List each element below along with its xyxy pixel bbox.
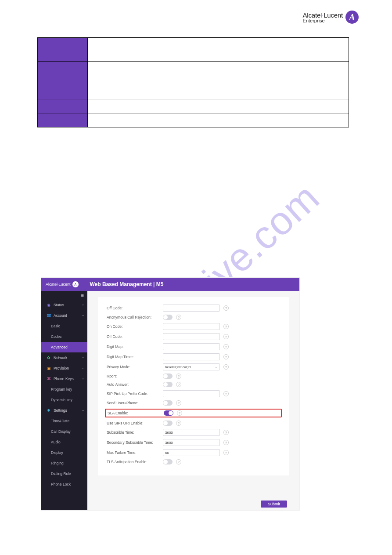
toggle-senduserphone[interactable] [163, 400, 173, 406]
management-screenshot: Alcatel·Lucent A Web Based Management | … [41, 278, 299, 510]
label-digitmap: Digit Map: [107, 345, 159, 349]
label-senduserphone: Send User=Phone: [107, 401, 159, 405]
label-tlsant: TLS Anticipation Enable: [107, 460, 159, 464]
input-offcode2[interactable] [163, 333, 220, 340]
help-icon[interactable]: ? [176, 421, 181, 426]
input-maxfailure[interactable] [163, 449, 220, 456]
label-offcode: Off Code: [107, 306, 159, 310]
sidebar-item-advanced[interactable]: Advanced [41, 342, 87, 352]
help-icon[interactable]: ? [177, 410, 182, 416]
label-offcode2: Off Code: [107, 334, 159, 339]
sidebar-item-timedate[interactable]: Time&Date [41, 416, 87, 426]
toggle-autoanswer[interactable] [163, 382, 173, 387]
toggle-sipsuri[interactable] [163, 421, 173, 426]
label-sippick: SIP Pick Up Prefix Code: [107, 392, 159, 396]
ref-val-4 [88, 113, 349, 127]
sidebar-item-codec[interactable]: Codec [41, 331, 87, 342]
ref-head-0 [38, 38, 88, 62]
input-oncode[interactable] [163, 323, 220, 330]
label-autoanswer: Auto Answer: [107, 382, 159, 387]
sidebar-item-audio[interactable]: Audio [41, 437, 87, 447]
label-privacy: Privacy Mode: [107, 365, 159, 369]
sidebar-item-network[interactable]: ✿Network [41, 352, 87, 363]
keys-icon: ⌘ [47, 377, 51, 381]
label-anonrej: Anonymous Call Rejection: [107, 315, 159, 319]
toggle-sla[interactable] [164, 410, 173, 416]
sidebar-item-calldisplay[interactable]: Call Display [41, 426, 87, 437]
sidebar-item-phonelock[interactable]: Phone Lock [41, 479, 87, 490]
shot-header: Alcatel·Lucent A Web Based Management | … [41, 278, 299, 291]
shot-title: Web Based Management | M5 [90, 281, 164, 287]
help-icon[interactable]: ? [223, 334, 229, 339]
help-icon[interactable]: ? [176, 315, 181, 320]
submit-button[interactable]: Submit [261, 501, 287, 508]
help-icon[interactable]: ? [223, 391, 229, 396]
toggle-tlsant[interactable] [163, 459, 173, 464]
help-icon[interactable]: ? [223, 430, 229, 435]
phone-icon: ☎ [47, 313, 51, 318]
help-icon[interactable]: ? [176, 400, 181, 406]
sidebar-item-ringing[interactable]: Ringing [41, 458, 87, 468]
network-icon: ✿ [47, 355, 51, 360]
help-icon[interactable]: ? [223, 354, 229, 359]
brand-badge-icon: A [345, 11, 359, 24]
help-icon[interactable]: ? [223, 450, 229, 455]
brand-logo: Alcatel·Lucent Enterprise A [303, 11, 359, 24]
help-icon[interactable]: ? [176, 374, 181, 379]
highlight-sla: SLA Enable:? [105, 409, 282, 417]
ref-head-4 [38, 113, 88, 127]
sidebar-item-display[interactable]: Display [41, 447, 87, 458]
sidebar: ≡ ◉Status ☎Account Basic Codec Advanced … [41, 291, 87, 510]
help-icon[interactable]: ? [176, 382, 181, 387]
label-rport: Rport: [107, 374, 159, 378]
label-subtime: Subscrible Time: [107, 430, 159, 435]
hamburger-icon[interactable]: ≡ [41, 291, 87, 300]
form-pane: Off Code:? Anonymous Call Rejection:? On… [87, 291, 299, 510]
sidebar-item-provision[interactable]: ▣Provision [41, 363, 87, 374]
select-privacy[interactable]: header;critical;id [163, 363, 220, 370]
ref-head-2 [38, 85, 88, 99]
help-icon[interactable]: ? [176, 459, 181, 464]
status-icon: ◉ [47, 303, 51, 307]
ref-val-2 [88, 85, 349, 99]
input-offcode[interactable] [163, 305, 220, 312]
reference-table [37, 37, 349, 127]
input-secsubtime[interactable] [163, 439, 220, 446]
label-maxfailure: Max Failure Time: [107, 450, 159, 455]
ref-head-3 [38, 99, 88, 113]
gear-icon: ✸ [47, 408, 51, 413]
sidebar-item-account[interactable]: ☎Account [41, 310, 87, 321]
input-subtime[interactable] [163, 429, 220, 436]
label-secsubtime: Secondary Subscrible Time: [107, 440, 159, 445]
sidebar-item-basic[interactable]: Basic [41, 321, 87, 331]
shot-logo-badge-icon: A [72, 281, 79, 287]
input-sippick[interactable] [163, 390, 220, 397]
label-digitmaptimer: Digit Map Timer: [107, 355, 159, 359]
sidebar-item-dynamickey[interactable]: Dynamic key [41, 395, 87, 405]
sidebar-item-dialingrule[interactable]: Dialing Rule [41, 468, 87, 479]
help-icon[interactable]: ? [223, 324, 229, 329]
shot-logo: Alcatel·Lucent A [46, 281, 79, 287]
toggle-rport[interactable] [163, 374, 173, 379]
label-sipsuri: Use SIPs URI Enable: [107, 421, 159, 425]
label-oncode: On Code: [107, 324, 159, 329]
ref-val-3 [88, 99, 349, 113]
help-icon[interactable]: ? [223, 344, 229, 349]
ref-head-1 [38, 62, 88, 85]
sidebar-item-programkey[interactable]: Program key [41, 384, 87, 395]
sidebar-item-status[interactable]: ◉Status [41, 300, 87, 310]
input-digitmap[interactable] [163, 343, 220, 350]
help-icon[interactable]: ? [223, 364, 229, 370]
sidebar-item-settings[interactable]: ✸Settings [41, 405, 87, 416]
brand-sub: Enterprise [303, 18, 343, 23]
ref-val-0 [88, 38, 349, 62]
input-digitmaptimer[interactable] [163, 353, 220, 360]
toggle-anonrej[interactable] [163, 315, 173, 320]
help-icon[interactable]: ? [223, 440, 229, 445]
sidebar-item-phonekeys[interactable]: ⌘Phone Keys [41, 374, 87, 384]
provision-icon: ▣ [47, 366, 51, 370]
ref-val-1 [88, 62, 349, 85]
help-icon[interactable]: ? [223, 305, 229, 311]
label-sla: SLA Enable: [108, 411, 160, 415]
